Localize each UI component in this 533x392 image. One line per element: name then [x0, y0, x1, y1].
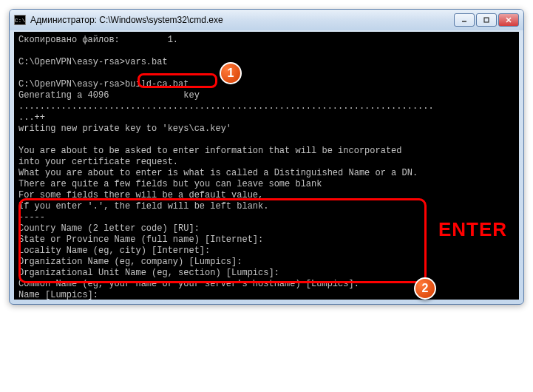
- window-frame: C:\ Администратор: C:\Windows\system32\c…: [9, 9, 524, 305]
- maximize-button[interactable]: [476, 13, 497, 27]
- window-title: Администратор: C:\Windows\system32\cmd.e…: [30, 15, 454, 25]
- minimize-button[interactable]: [454, 13, 475, 27]
- svg-rect-1: [484, 18, 489, 22]
- annotation-enter-label: ENTER: [438, 218, 507, 241]
- titlebar[interactable]: C:\ Администратор: C:\Windows\system32\c…: [10, 10, 523, 30]
- window-controls: [454, 13, 519, 27]
- terminal-output[interactable]: Скопировано файлов: 1. C:\OpenVPN\easy-r…: [14, 32, 519, 300]
- cmd-icon-text: C:\: [15, 17, 25, 24]
- annotation-badge-2: 2: [414, 277, 436, 300]
- close-button[interactable]: [498, 13, 519, 27]
- annotation-badge-1: 1: [220, 62, 242, 84]
- cmd-icon: C:\: [14, 15, 26, 25]
